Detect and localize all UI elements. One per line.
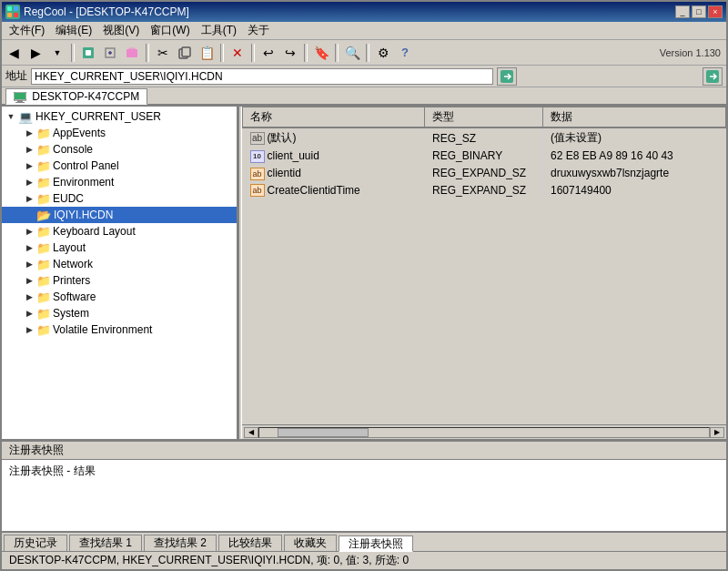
col-name[interactable]: 名称 <box>243 107 425 128</box>
maximize-button[interactable]: □ <box>692 5 706 18</box>
tree-item-hkcu[interactable]: ▼ 💻 HKEY_CURRENT_USER <box>2 108 237 125</box>
tree-label-network: Network <box>53 258 93 270</box>
tree-label-console: Console <box>53 143 93 156</box>
menu-view[interactable]: 视图(V) <box>97 21 145 40</box>
tree-label-environment: Environment <box>53 176 114 189</box>
close-button[interactable]: × <box>708 5 723 18</box>
back-button[interactable]: ◀ <box>4 43 24 63</box>
tab-compare[interactable]: 比较结果 <box>218 535 282 551</box>
tree-item-eudc[interactable]: ▶ 📁 EUDC <box>2 190 237 207</box>
tree-item-console[interactable]: ▶ 📁 Console <box>2 141 237 158</box>
table-row[interactable]: abCreateClientidTimeREG_EXPAND_SZ1607149… <box>243 182 726 199</box>
paste-button[interactable]: 📋 <box>197 43 217 63</box>
tree-item-printers[interactable]: ▶ 📁 Printers <box>2 272 237 289</box>
bottom-tabs: 历史记录 查找结果 1 查找结果 2 比较结果 收藏夹 注册表快照 <box>2 531 726 551</box>
h-scrollbar[interactable] <box>258 427 710 438</box>
menu-bar: 文件(F) 编辑(E) 视图(V) 窗口(W) 工具(T) 关于 <box>2 22 726 40</box>
minimize-button[interactable]: _ <box>675 5 690 18</box>
reg-name-cell: abCreateClientidTime <box>243 182 425 199</box>
log-content: 注册表快照 - 结果 <box>2 460 726 533</box>
folder-icon-network: 📁 <box>36 258 51 271</box>
menu-tools[interactable]: 工具(T) <box>196 21 242 40</box>
tab-history[interactable]: 历史记录 <box>4 535 67 551</box>
menu-window[interactable]: 窗口(W) <box>145 21 195 40</box>
address-go-button[interactable] <box>497 67 517 86</box>
expand-arrow-layout[interactable]: ▶ <box>22 240 36 256</box>
help-button[interactable]: ? <box>395 43 415 63</box>
scroll-right-btn[interactable]: ▶ <box>710 427 724 438</box>
address-input[interactable] <box>31 68 493 85</box>
expand-arrow-printers[interactable]: ▶ <box>22 272 36 289</box>
search-button[interactable]: 🔍 <box>342 43 362 63</box>
status-bar: DESKTOP-K47CCPM, HKEY_CURRENT_USER\IQIYI… <box>2 551 726 569</box>
redo-button[interactable]: ↪ <box>280 43 300 63</box>
expand-arrow-hkcu[interactable]: ▼ <box>4 108 18 125</box>
table-row[interactable]: ab(默认)REG_SZ(值未设置) <box>243 127 726 148</box>
dropdown-button[interactable]: ▼ <box>47 43 67 63</box>
reg-type-cell: REG_EXPAND_SZ <box>425 165 543 182</box>
settings-button[interactable]: ⚙ <box>373 43 393 63</box>
toolbar-btn-3[interactable] <box>122 43 142 63</box>
reg-data-cell: druxuwysxwb7lsnzjagrte <box>543 165 726 182</box>
menu-file[interactable]: 文件(F) <box>4 21 50 40</box>
menu-about[interactable]: 关于 <box>242 21 275 40</box>
toolbar-btn-1[interactable] <box>78 43 98 63</box>
registry-table: 名称 类型 数据 ab(默认)REG_SZ(值未设置)10client_uuid… <box>242 107 726 199</box>
svg-rect-13 <box>17 100 23 102</box>
expand-arrow-appevents[interactable]: ▶ <box>22 125 36 141</box>
scroll-left-btn[interactable]: ◀ <box>244 427 258 438</box>
address-btn-2[interactable] <box>703 67 723 86</box>
tab-find2[interactable]: 查找结果 2 <box>144 535 217 551</box>
table-row[interactable]: 10client_uuidREG_BINARY62 E8 EB A9 89 16… <box>243 148 726 165</box>
table-row[interactable]: abclientidREG_EXPAND_SZdruxuwysxwb7lsnzj… <box>243 165 726 182</box>
title-bar: RegCool - [DESKTOP-K47CCPM] _ □ × <box>2 2 726 22</box>
expand-arrow-controlpanel[interactable]: ▶ <box>22 158 36 174</box>
tree-item-iqiyi[interactable]: 📂 IQIYI.HCDN <box>2 207 237 223</box>
expand-arrow-console[interactable]: ▶ <box>22 141 36 158</box>
tree-item-layout[interactable]: ▶ 📁 Layout <box>2 240 237 256</box>
forward-button[interactable]: ▶ <box>25 43 46 63</box>
address-label: 地址 <box>5 68 27 84</box>
tab-favorites[interactable]: 收藏夹 <box>284 535 337 551</box>
tree-item-volatile[interactable]: ▶ 📁 Volatile Environment <box>2 321 237 338</box>
folder-icon-environment: 📁 <box>36 176 51 189</box>
reg-type-cell: REG_BINARY <box>425 148 543 165</box>
col-data[interactable]: 数据 <box>543 107 726 128</box>
computer-tab-label: DESKTOP-K47CCPM <box>32 90 139 103</box>
undo-button[interactable]: ↩ <box>258 43 278 63</box>
expand-arrow-eudc[interactable]: ▶ <box>22 190 36 207</box>
expand-arrow-system[interactable]: ▶ <box>22 305 36 321</box>
expand-arrow-environment[interactable]: ▶ <box>22 174 36 190</box>
copy-button[interactable] <box>175 43 195 63</box>
title-bar-controls: _ □ × <box>675 5 723 18</box>
tree-item-controlpanel[interactable]: ▶ 📁 Control Panel <box>2 158 237 174</box>
expand-arrow-software[interactable]: ▶ <box>22 289 36 305</box>
log-section: 注册表快照 注册表快照 - 结果 <box>2 440 726 531</box>
tree-item-environment[interactable]: ▶ 📁 Environment <box>2 174 237 190</box>
svg-rect-14 <box>15 102 25 103</box>
expand-arrow-network[interactable]: ▶ <box>22 256 36 272</box>
reg-name-cell: ab(默认) <box>243 127 425 148</box>
col-type[interactable]: 类型 <box>425 107 543 128</box>
title-bar-left: RegCool - [DESKTOP-K47CCPM] <box>5 5 189 19</box>
tree-item-network[interactable]: ▶ 📁 Network <box>2 256 237 272</box>
expand-arrow-iqiyi[interactable] <box>22 207 36 223</box>
tab-find1[interactable]: 查找结果 1 <box>69 535 142 551</box>
delete-button[interactable]: ✕ <box>228 43 248 63</box>
bookmark-button[interactable]: 🔖 <box>311 43 331 63</box>
tree-item-appevents[interactable]: ▶ 📁 AppEvents <box>2 125 237 141</box>
folder-icon-layout: 📁 <box>36 241 51 255</box>
expand-arrow-keyboard[interactable]: ▶ <box>22 223 36 240</box>
tree-item-system[interactable]: ▶ 📁 System <box>2 305 237 321</box>
tab-snapshot[interactable]: 注册表快照 <box>339 535 413 552</box>
cut-button[interactable]: ✂ <box>153 43 173 63</box>
menu-edit[interactable]: 编辑(E) <box>50 21 97 40</box>
tree-item-software[interactable]: ▶ 📁 Software <box>2 289 237 305</box>
center-area: ▼ 💻 HKEY_CURRENT_USER ▶ 📁 AppEvents ▶ 📁 … <box>2 106 726 440</box>
toolbar-sep-7 <box>366 44 369 62</box>
expand-arrow-volatile[interactable]: ▶ <box>22 321 36 338</box>
tree-item-keyboard[interactable]: ▶ 📁 Keyboard Layout <box>2 223 237 240</box>
toolbar-btn-2[interactable] <box>100 43 120 63</box>
computer-tab-item[interactable]: DESKTOP-K47CCPM <box>5 88 147 105</box>
title-bar-text: RegCool - [DESKTOP-K47CCPM] <box>24 5 189 18</box>
